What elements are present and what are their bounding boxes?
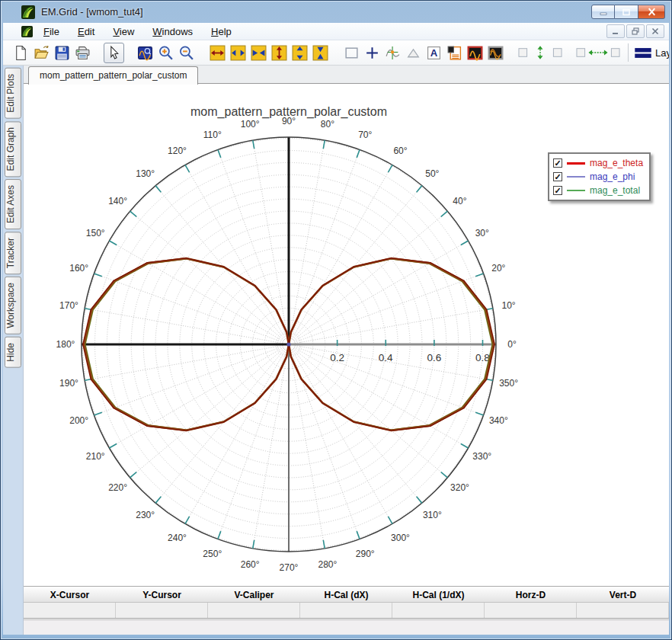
sidebar-tab-edit-plots[interactable]: Edit Plots	[5, 68, 21, 119]
content-panel: mom_pattern_pattern_polar_custom ✓mag_e_…	[23, 66, 669, 635]
window-title: EM.Grid - [wmom_tut4]	[41, 6, 143, 18]
save-file-button[interactable]	[52, 43, 72, 63]
sidebar-tab-edit-graph[interactable]: Edit Graph	[5, 121, 21, 177]
mdi-window-controls	[606, 24, 664, 38]
expand-vertical-button[interactable]	[269, 43, 290, 63]
maximize-icon	[622, 5, 631, 19]
titlebar[interactable]: EM.Grid - [wmom_tut4]	[1, 1, 671, 23]
mdi-close-button[interactable]	[646, 24, 664, 38]
readout-cell	[577, 603, 669, 618]
layout-button[interactable]: Layout	[635, 47, 669, 59]
svg-text:260°: 260°	[241, 559, 260, 570]
mdi-restore-button[interactable]	[626, 24, 645, 38]
document-icon	[21, 26, 33, 37]
readout-header: H-Cal (dX)	[300, 587, 392, 602]
expand-horizontal-button[interactable]	[207, 43, 228, 63]
expand-vertical-icon	[271, 45, 287, 61]
print-button[interactable]	[72, 43, 93, 63]
menu-view[interactable]: View	[105, 24, 142, 39]
svg-text:180°: 180°	[56, 339, 75, 350]
shrink-horizontal-icon	[251, 45, 267, 61]
sidebar-tab-edit-axes[interactable]: Edit Axes	[5, 179, 21, 229]
new-document-button[interactable]	[11, 43, 31, 63]
shrink-vertical-icon	[312, 45, 328, 61]
readout-header: Horz-D	[485, 587, 577, 602]
legend-line-swatch	[567, 176, 585, 178]
chart-title: mom_pattern_pattern_polar_custom	[190, 105, 387, 119]
expand-horizontal-icon	[210, 45, 226, 61]
legend-row-mag_e_phi[interactable]: ✓mag_e_phi	[553, 170, 643, 184]
svg-text:70°: 70°	[358, 130, 372, 140]
menu-file[interactable]: File	[36, 24, 67, 39]
zoom-out-button[interactable]	[176, 43, 197, 63]
maximize-button[interactable]	[615, 5, 638, 19]
zoom-in-button[interactable]	[155, 43, 176, 63]
minimize-button[interactable]	[591, 5, 615, 19]
shrink-horizontal-button[interactable]	[248, 43, 269, 63]
document-tab[interactable]: mom_pattern_pattern_polar_custom	[28, 66, 198, 85]
sidebar-tab-tracker[interactable]: Tracker	[5, 232, 21, 274]
stretch-horizontal-button[interactable]	[228, 43, 248, 63]
save-file-icon	[54, 45, 70, 61]
toolbar-separator	[628, 43, 629, 62]
svg-text:300°: 300°	[391, 533, 410, 543]
open-file-button[interactable]	[31, 43, 52, 63]
zoom-to-fit-button[interactable]	[135, 43, 155, 63]
legend-checkbox[interactable]: ✓	[553, 186, 562, 195]
plot-area[interactable]: ✓mag_e_theta✓mag_e_phi✓mag_e_total 0°10°…	[24, 84, 669, 586]
horizontal-align-group-button[interactable]	[574, 43, 622, 63]
new-document-icon	[13, 45, 29, 61]
menubar: FileEditViewWindowsHelp	[3, 23, 669, 40]
sidebar-tab-workspace[interactable]: Workspace	[5, 277, 21, 334]
draw-triangle-button[interactable]	[403, 43, 424, 63]
legend-line-swatch	[567, 162, 585, 165]
svg-text:280°: 280°	[318, 559, 337, 570]
readout-header: V-Caliper	[208, 587, 300, 602]
crosshair-button[interactable]	[362, 43, 382, 63]
svg-text:340°: 340°	[489, 415, 508, 426]
svg-text:230°: 230°	[136, 510, 155, 520]
legend-editor-button[interactable]	[444, 43, 465, 63]
shrink-vertical-button[interactable]	[310, 43, 331, 63]
legend-checkbox[interactable]: ✓	[553, 172, 562, 181]
menu-windows[interactable]: Windows	[145, 24, 200, 39]
svg-text:350°: 350°	[499, 378, 518, 389]
svg-text:50°: 50°	[425, 168, 439, 179]
tracker-button[interactable]	[382, 43, 403, 63]
stretch-vertical-icon	[292, 45, 308, 61]
horizontal-align-group-icon	[576, 45, 620, 60]
svg-text:0°: 0°	[507, 339, 517, 350]
svg-text:0.4: 0.4	[379, 352, 393, 363]
menu-help[interactable]: Help	[203, 24, 239, 39]
vertical-align-group-button[interactable]	[517, 43, 564, 63]
mdi-restore-icon	[632, 26, 639, 37]
readout-header: H-Cal (1/dX)	[392, 587, 485, 602]
close-icon	[647, 5, 657, 19]
mdi-close-icon	[651, 26, 659, 37]
add-text-button[interactable]: A	[424, 43, 444, 63]
layout-label: Layout	[655, 47, 669, 59]
legend-row-mag_e_theta[interactable]: ✓mag_e_theta	[553, 156, 643, 170]
sidebar-tab-hide[interactable]: Hide	[5, 337, 21, 368]
svg-text:220°: 220°	[108, 482, 127, 493]
draw-triangle-icon	[405, 45, 421, 61]
svg-text:120°: 120°	[168, 146, 187, 156]
svg-text:100°: 100°	[241, 119, 260, 130]
plot-style-multi-button[interactable]	[485, 43, 506, 63]
legend-checkbox[interactable]: ✓	[553, 158, 562, 168]
close-button[interactable]	[638, 5, 665, 19]
svg-text:140°: 140°	[108, 196, 127, 206]
draw-box-button[interactable]	[341, 43, 362, 63]
menu-edit[interactable]: Edit	[70, 24, 102, 39]
mdi-minimize-button[interactable]	[606, 24, 625, 38]
svg-text:330°: 330°	[472, 451, 491, 462]
svg-text:0.2: 0.2	[330, 352, 344, 363]
readout-header: Vert-D	[577, 587, 669, 602]
svg-text:250°: 250°	[203, 549, 222, 559]
stretch-vertical-button[interactable]	[290, 43, 310, 63]
window-controls	[591, 5, 665, 19]
select-cursor-button[interactable]	[104, 43, 124, 63]
minimize-icon	[599, 5, 608, 19]
plot-style-single-button[interactable]	[465, 43, 485, 63]
legend-row-mag_e_total[interactable]: ✓mag_e_total	[553, 184, 643, 197]
